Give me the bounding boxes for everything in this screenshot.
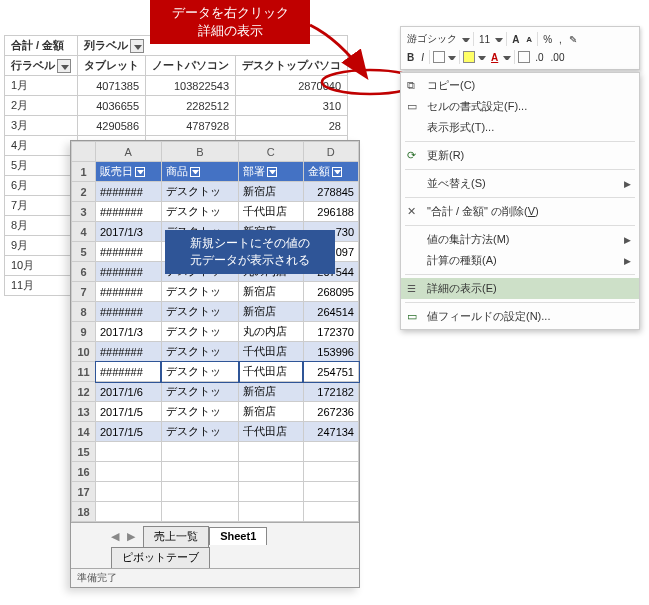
row-header[interactable]: 10 xyxy=(72,342,96,362)
table-cell[interactable]: 新宿店 xyxy=(239,182,303,202)
table-cell[interactable]: デスクトッ xyxy=(161,182,239,202)
row-header[interactable]: 7 xyxy=(72,282,96,302)
table-cell[interactable] xyxy=(161,482,239,502)
row-header[interactable]: 13 xyxy=(72,402,96,422)
menu-calc-type[interactable]: 計算の種類(A)▶ xyxy=(401,250,639,271)
font-color-button[interactable]: A xyxy=(489,52,500,63)
bold-button[interactable]: B xyxy=(405,52,416,63)
table-cell[interactable]: 2017/1/3 xyxy=(96,222,162,242)
table-cell[interactable]: 296188 xyxy=(303,202,359,222)
menu-remove-value[interactable]: "合計 / 金額" の削除(V) xyxy=(401,201,639,222)
pivot-cell[interactable]: 4036655 xyxy=(78,96,146,116)
menu-refresh[interactable]: 更新(R) xyxy=(401,145,639,166)
row-header[interactable]: 4 xyxy=(72,222,96,242)
comma-icon[interactable]: , xyxy=(557,34,564,45)
pivot-row-label[interactable]: 7月 xyxy=(5,196,78,216)
col-C[interactable]: C xyxy=(239,142,303,162)
table-cell[interactable]: 268095 xyxy=(303,282,359,302)
font-size[interactable]: 11 xyxy=(477,34,492,45)
menu-format-cells[interactable]: セルの書式設定(F)... xyxy=(401,96,639,117)
pivot-colhdr-0[interactable]: タブレット xyxy=(78,56,146,76)
row-header[interactable]: 18 xyxy=(72,502,96,522)
table-cell[interactable] xyxy=(161,462,239,482)
row-header[interactable]: 5 xyxy=(72,242,96,262)
increase-font-icon[interactable]: A xyxy=(510,34,521,45)
pivot-row-label[interactable]: 6月 xyxy=(5,176,78,196)
border-button[interactable] xyxy=(433,51,445,63)
row-header[interactable]: 8 xyxy=(72,302,96,322)
table-cell[interactable]: 254751 xyxy=(303,362,359,382)
table-cell[interactable] xyxy=(303,442,359,462)
table-cell[interactable]: デスクトッ xyxy=(161,362,239,382)
pivot-row-label[interactable]: 2月 xyxy=(5,96,78,116)
table-cell[interactable] xyxy=(303,462,359,482)
table-cell[interactable]: デスクトッ xyxy=(161,322,239,342)
table-cell[interactable] xyxy=(239,482,303,502)
table-cell[interactable]: ####### xyxy=(96,262,162,282)
pivot-cell[interactable]: 2870040 xyxy=(236,76,348,96)
row-header[interactable]: 14 xyxy=(72,422,96,442)
table-cell[interactable]: ####### xyxy=(96,182,162,202)
pivot-row-label[interactable]: 5月 xyxy=(5,156,78,176)
pivot-cell[interactable]: 4787928 xyxy=(146,116,236,136)
tab-nav-prev[interactable]: ◀ xyxy=(111,530,121,540)
table-cell[interactable] xyxy=(239,502,303,522)
row-header[interactable]: 6 xyxy=(72,262,96,282)
table-cell[interactable]: デスクトッ xyxy=(161,402,239,422)
increase-decimal-icon[interactable]: .00 xyxy=(549,52,567,63)
table-cell[interactable] xyxy=(96,442,162,462)
table-cell[interactable]: ####### xyxy=(96,242,162,262)
table-cell[interactable]: ####### xyxy=(96,202,162,222)
table-cell[interactable]: デスクトッ xyxy=(161,302,239,322)
row-header[interactable]: 3 xyxy=(72,202,96,222)
table-cell[interactable] xyxy=(96,462,162,482)
pivot-colhdr-2[interactable]: デスクトップパソコ xyxy=(236,56,348,76)
tab-sales[interactable]: 売上一覧 xyxy=(143,526,209,547)
size-dropdown[interactable] xyxy=(495,35,503,43)
table-cell[interactable]: 2017/1/5 xyxy=(96,422,162,442)
detail-data-grid[interactable]: A B C D 1 販売日 商品 部署 金額 2#######デスクトッ新宿店2… xyxy=(71,141,359,522)
pivot-cell[interactable]: 103822543 xyxy=(146,76,236,96)
table-cell[interactable]: 千代田店 xyxy=(239,202,303,222)
table-cell[interactable] xyxy=(239,462,303,482)
row-header[interactable]: 12 xyxy=(72,382,96,402)
table-cell[interactable]: 千代田店 xyxy=(239,362,303,382)
hdr-filter-amount[interactable] xyxy=(332,167,342,177)
row-header[interactable]: 17 xyxy=(72,482,96,502)
pivot-row-label[interactable]: 8月 xyxy=(5,216,78,236)
table-cell[interactable] xyxy=(161,502,239,522)
table-cell[interactable]: デスクトッ xyxy=(161,202,239,222)
table-cell[interactable]: 千代田店 xyxy=(239,422,303,442)
table-cell[interactable]: 新宿店 xyxy=(239,302,303,322)
table-cell[interactable] xyxy=(239,442,303,462)
table-cell[interactable] xyxy=(303,482,359,502)
font-name[interactable]: 游ゴシック xyxy=(405,32,459,46)
pivot-row-label[interactable]: 10月 xyxy=(5,256,78,276)
row-header[interactable]: 15 xyxy=(72,442,96,462)
table-cell[interactable]: ####### xyxy=(96,342,162,362)
pivot-cell[interactable]: 310 xyxy=(236,96,348,116)
font-dropdown[interactable] xyxy=(462,35,470,43)
row-header[interactable]: 9 xyxy=(72,322,96,342)
table-cell[interactable]: デスクトッ xyxy=(161,422,239,442)
table-cell[interactable]: 172182 xyxy=(303,382,359,402)
table-cell[interactable] xyxy=(96,502,162,522)
tab-nav-next[interactable]: ▶ xyxy=(127,530,137,540)
col-A[interactable]: A xyxy=(96,142,162,162)
table-cell[interactable]: 新宿店 xyxy=(239,282,303,302)
table-cell[interactable]: デスクトッ xyxy=(161,342,239,362)
pivot-cell[interactable]: 28 xyxy=(236,116,348,136)
table-cell[interactable]: 2017/1/3 xyxy=(96,322,162,342)
table-cell[interactable]: 2017/1/5 xyxy=(96,402,162,422)
menu-display-format[interactable]: 表示形式(T)... xyxy=(401,117,639,138)
select-all-corner[interactable] xyxy=(72,142,96,162)
pivot-row-label[interactable]: 1月 xyxy=(5,76,78,96)
pivot-colhdr-1[interactable]: ノートパソコン xyxy=(146,56,236,76)
col-filter-dropdown[interactable] xyxy=(130,39,144,53)
tab-pivot[interactable]: ピボットテーブ xyxy=(111,547,210,568)
table-cell[interactable]: 丸の内店 xyxy=(239,322,303,342)
format-painter-icon[interactable]: ✎ xyxy=(567,34,579,45)
table-cell[interactable]: デスクトッ xyxy=(161,382,239,402)
menu-show-detail[interactable]: 詳細の表示(E) xyxy=(401,278,639,299)
table-cell[interactable]: ####### xyxy=(96,362,162,382)
